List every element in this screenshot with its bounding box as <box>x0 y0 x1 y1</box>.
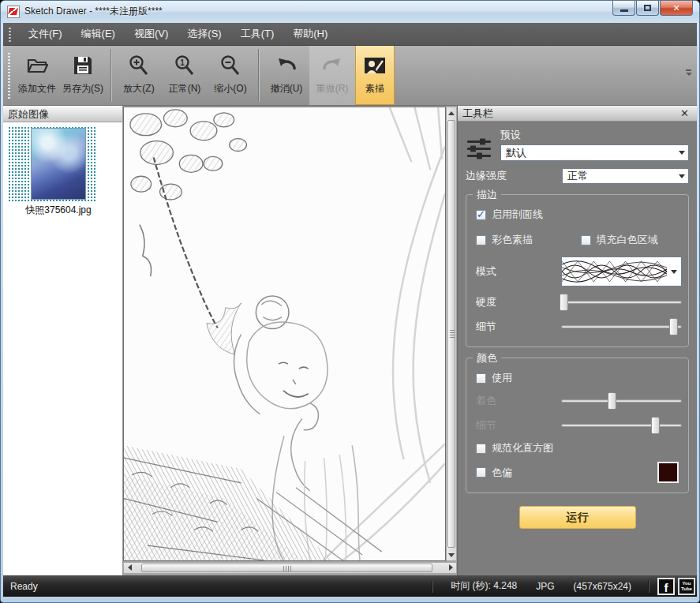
youtube-icon[interactable]: You Tube <box>678 578 695 595</box>
maximize-button[interactable] <box>636 1 659 16</box>
slider-thumb <box>651 417 660 434</box>
sketch-preview[interactable] <box>123 107 446 561</box>
add-file-button[interactable]: 添加文件 <box>14 46 60 105</box>
thumbnail-image <box>31 128 86 200</box>
preset-sliders-icon <box>466 128 492 161</box>
fill-white-checkbox-row[interactable]: 填充白色区域 <box>581 233 683 247</box>
scroll-left-button[interactable] <box>125 563 134 572</box>
menu-item-tools[interactable]: 工具(T) <box>233 24 283 44</box>
hatch-pattern-dropdown[interactable] <box>561 257 682 287</box>
stroke-detail-slider[interactable] <box>561 318 682 335</box>
scroll-up-button[interactable] <box>447 108 456 118</box>
toolbar-grip <box>8 52 10 99</box>
normalize-histogram-checkbox-row[interactable]: 规范化直方图 <box>476 441 682 455</box>
arrow-down-icon <box>448 553 455 557</box>
zoom-out-button[interactable]: 缩小(O) <box>208 46 253 105</box>
color-cast-checkbox-row[interactable]: 色偏 <box>476 466 512 480</box>
hatch-pattern-preview <box>562 258 667 285</box>
redo-label: 重做(R) <box>316 82 349 96</box>
enable-hatching-checkbox-row[interactable]: 启用剖面线 <box>476 208 682 222</box>
menu-item-help[interactable]: 帮助(H) <box>285 24 335 44</box>
normalize-histogram-checkbox[interactable] <box>476 444 486 454</box>
color-sketch-checkbox-row[interactable]: 彩色素描 <box>476 233 578 247</box>
color-cast-label: 色偏 <box>492 466 512 480</box>
slider-thumb[interactable] <box>560 294 568 311</box>
zoom-normal-icon: 1 <box>171 52 198 79</box>
toolbar-overflow-button[interactable] <box>685 69 692 81</box>
close-icon: ✕ <box>672 3 679 13</box>
use-color-checkbox[interactable] <box>476 373 486 384</box>
vertical-scroll-thumb[interactable] <box>447 120 455 548</box>
sketch-drawing <box>124 107 445 560</box>
menu-item-file[interactable]: 文件(F) <box>21 24 70 44</box>
zoom-normal-label: 正常(N) <box>169 82 201 96</box>
menu-item-edit[interactable]: 编辑(E) <box>73 24 123 44</box>
redo-button: 重做(R) <box>309 46 355 105</box>
color-sketch-checkbox[interactable] <box>476 235 486 245</box>
fill-white-label: 填充白色区域 <box>597 233 658 247</box>
run-button[interactable]: 运行 <box>519 506 636 529</box>
color-group-title: 颜色 <box>473 351 501 365</box>
preset-dropdown[interactable]: 默认 <box>500 144 689 161</box>
arrow-up-icon <box>448 111 455 115</box>
slider-thumb[interactable] <box>669 318 678 335</box>
fill-white-checkbox[interactable] <box>581 235 591 245</box>
hardness-slider[interactable] <box>561 294 682 311</box>
edge-strength-value: 正常 <box>567 169 588 183</box>
zoom-in-icon <box>125 52 152 79</box>
menu-item-select[interactable]: 选择(S) <box>179 24 229 44</box>
undo-label: 撤消(U) <box>271 82 303 96</box>
color-cast-swatch[interactable] <box>657 462 679 483</box>
preset-value: 默认 <box>506 146 526 160</box>
menu-grip <box>9 27 11 42</box>
add-file-label: 添加文件 <box>18 82 56 96</box>
stroke-detail-label: 细节 <box>476 320 561 334</box>
menu-bar: 文件(F) 编辑(E) 视图(V) 选择(S) 工具(T) 帮助(H) <box>3 23 697 46</box>
original-image-panel: 原始图像 快照375604.jpg <box>3 106 123 575</box>
folder-icon <box>24 52 51 79</box>
sketch-button[interactable]: 素描 <box>355 46 395 105</box>
sketch-label: 素描 <box>365 82 384 96</box>
stroke-group-title: 描边 <box>473 188 501 202</box>
mode-label: 模式 <box>476 264 561 279</box>
slider-track <box>561 424 682 427</box>
enable-hatching-checkbox[interactable] <box>476 210 486 220</box>
thumbnail-selected[interactable] <box>8 126 97 201</box>
zoom-out-icon <box>217 52 244 79</box>
color-sketch-label: 彩色素描 <box>492 233 533 247</box>
scroll-down-button[interactable] <box>447 550 456 560</box>
zoom-in-button[interactable]: 放大(Z) <box>116 46 162 105</box>
minimize-button[interactable] <box>612 1 635 16</box>
status-format: JPG <box>526 581 563 592</box>
edge-strength-dropdown[interactable]: 正常 <box>562 168 689 184</box>
svg-text:1: 1 <box>180 58 185 67</box>
slider-track <box>561 301 682 304</box>
status-time: 时间 (秒): 4.248 <box>441 579 526 593</box>
zoom-normal-button[interactable]: 1 正常(N) <box>162 46 208 105</box>
chevron-down-icon <box>671 270 677 274</box>
close-button[interactable]: ✕ <box>660 1 693 16</box>
save-icon <box>69 52 96 79</box>
save-as-label: 另存为(S) <box>62 82 103 96</box>
undo-button[interactable]: 撤消(U) <box>264 46 309 105</box>
zoom-in-label: 放大(Z) <box>123 82 154 96</box>
main-toolbar: 添加文件 另存为(S) 放大(Z) 1 正常(N) 缩小(O) <box>3 46 697 106</box>
scroll-right-button[interactable] <box>446 563 455 572</box>
facebook-icon[interactable]: f <box>657 578 675 595</box>
main-area: 原始图像 快照375604.jpg <box>3 106 697 575</box>
vertical-scrollbar[interactable] <box>446 107 457 561</box>
horizontal-scrollbar[interactable] <box>123 562 457 574</box>
zoom-out-label: 缩小(O) <box>214 82 246 96</box>
status-separator <box>432 580 433 593</box>
stroke-group: 描边 启用剖面线 彩色素描 填充白色区域 <box>466 194 689 347</box>
horizontal-scroll-thumb[interactable] <box>141 564 432 572</box>
use-color-checkbox-row[interactable]: 使用 <box>476 371 682 385</box>
save-as-button[interactable]: 另存为(S) <box>60 46 106 105</box>
status-dimensions: (457x675x24) <box>564 581 641 592</box>
window-title: Sketch Drawer - ****未注册版**** <box>24 5 163 18</box>
panel-close-button[interactable]: ✕ <box>677 107 692 119</box>
undo-icon <box>273 52 300 79</box>
color-cast-checkbox[interactable] <box>476 467 486 478</box>
menu-item-view[interactable]: 视图(V) <box>126 24 176 44</box>
chevron-down-icon <box>686 73 692 76</box>
